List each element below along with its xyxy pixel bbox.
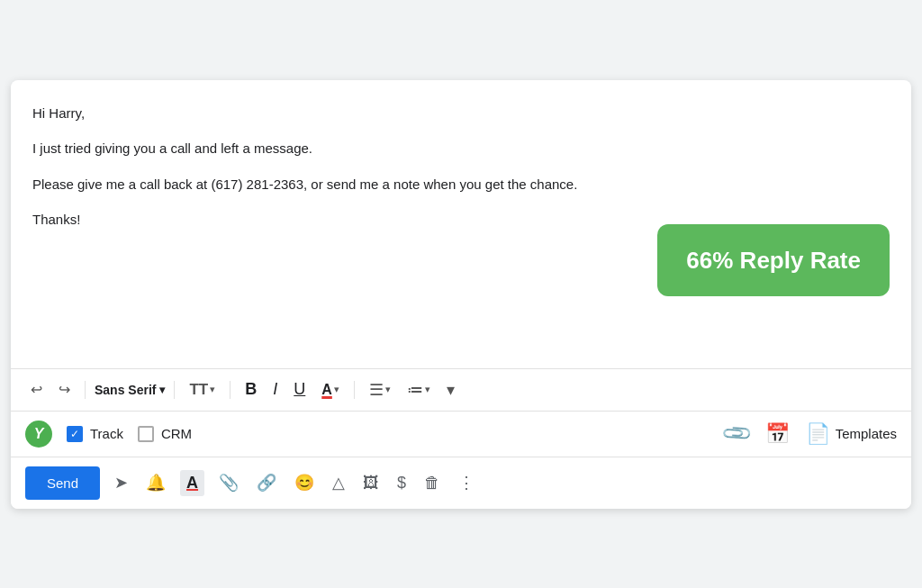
underline-button[interactable]: U — [288, 376, 311, 403]
font-family-selector[interactable]: Sans Serif ▾ — [95, 383, 165, 397]
templates-label: Templates — [836, 426, 897, 441]
email-body: Hi Harry, I just tried giving you a call… — [11, 80, 911, 368]
yesware-logo: Y — [25, 421, 52, 448]
templates-icon: 📄 — [806, 422, 830, 446]
email-paragraph1: I just tried giving you a call and left … — [32, 137, 890, 160]
track-label: Track — [90, 426, 123, 441]
send-button[interactable]: Send — [25, 466, 100, 500]
actions-toolbar: Y ✓ Track CRM 📎 📅 📄 Templates — [11, 412, 911, 457]
align-dropdown-icon: ▾ — [385, 384, 391, 395]
list-dropdown-icon: ▾ — [425, 384, 430, 395]
track-checkbox-icon: ✓ — [67, 426, 83, 442]
attachment-icon: 📎 — [719, 417, 753, 450]
reply-rate-badge: 66% Reply Rate — [657, 224, 890, 296]
list-button[interactable]: ≔ ▾ — [402, 376, 436, 403]
crm-checkbox-icon — [138, 426, 154, 442]
italic-button[interactable]: I — [267, 376, 283, 403]
image-icon[interactable]: 🖼 — [359, 470, 383, 496]
track-button[interactable]: ✓ Track — [67, 426, 123, 442]
separator3 — [230, 381, 230, 399]
font-size-button[interactable]: TT ▾ — [184, 377, 221, 403]
font-size-icon: TT — [189, 381, 208, 399]
underline-icon: U — [294, 380, 305, 399]
calendar-icon: 📅 — [765, 422, 790, 446]
font-color-dropdown-icon: ▾ — [334, 384, 339, 395]
separator4 — [354, 381, 355, 399]
italic-icon: I — [273, 380, 277, 399]
reply-rate-text: 66% Reply Rate — [686, 247, 861, 274]
align-icon: ☰ — [369, 380, 384, 400]
link-icon[interactable]: 🔗 — [253, 469, 280, 496]
more-format-icon: ▾ — [447, 380, 455, 400]
font-size-dropdown-icon: ▾ — [210, 384, 215, 395]
emoji-icon[interactable]: 😊 — [291, 469, 318, 496]
trash-icon[interactable]: 🗑 — [420, 470, 444, 496]
crm-button[interactable]: CRM — [138, 426, 192, 442]
more-format-button[interactable]: ▾ — [441, 376, 460, 403]
drive-icon[interactable]: △ — [329, 469, 348, 496]
yesware-button[interactable]: Y — [25, 421, 52, 448]
font-color-icon: A — [321, 382, 332, 398]
font-color-button[interactable]: A ▾ — [316, 378, 345, 402]
dollar-icon[interactable]: $ — [393, 470, 410, 496]
templates-button[interactable]: 📄 Templates — [806, 422, 897, 446]
more-icon[interactable]: ⋮ — [455, 469, 478, 496]
attachment-button[interactable]: 📎 — [725, 422, 749, 446]
bold-button[interactable]: B — [240, 376, 262, 403]
email-container: Hi Harry, I just tried giving you a call… — [11, 80, 911, 509]
send-label: Send — [47, 475, 78, 491]
font-dropdown-icon: ▾ — [159, 384, 165, 396]
list-icon: ≔ — [407, 380, 423, 400]
send-icon[interactable]: ➤ — [111, 469, 131, 496]
attachment-icon[interactable]: 📎 — [215, 469, 242, 496]
crm-label: CRM — [161, 426, 192, 441]
separator2 — [174, 381, 175, 399]
bold-icon: B — [245, 380, 257, 399]
formatting-toolbar: ↩ ↪ Sans Serif ▾ TT ▾ B I U A ▾ — [11, 368, 911, 412]
send-toolbar: Send ➤ 🔔 A 📎 🔗 😊 △ 🖼 $ 🗑 ⋮ — [11, 457, 911, 509]
separator1 — [85, 381, 86, 399]
right-actions: 📎 📅 📄 Templates — [725, 422, 897, 446]
font-family-label: Sans Serif — [95, 383, 156, 397]
redo-button[interactable]: ↪ — [53, 377, 76, 402]
calendar-button[interactable]: 📅 — [765, 422, 790, 446]
email-greeting: Hi Harry, — [32, 102, 890, 125]
bell-icon[interactable]: 🔔 — [142, 469, 169, 496]
undo-button[interactable]: ↩ — [25, 377, 48, 402]
align-button[interactable]: ☰ ▾ — [364, 376, 396, 403]
text-color-icon[interactable]: A — [180, 470, 204, 496]
email-paragraph2: Please give me a call back at (617) 281-… — [32, 173, 890, 196]
